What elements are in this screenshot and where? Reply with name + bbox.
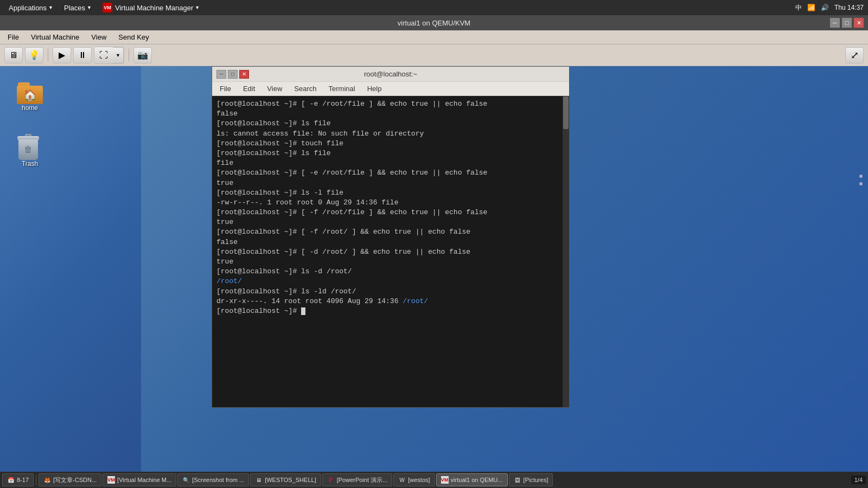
vm-menu-file[interactable]: File <box>2 32 24 42</box>
vm-maximize-button[interactable]: □ <box>842 18 852 28</box>
screenshot-button[interactable]: 📷 <box>133 47 152 63</box>
toolbar-separator-1 <box>48 49 48 62</box>
desktop-icon-home[interactable]: 🏠 home <box>8 82 52 112</box>
root-link-2: /root/ <box>403 297 428 305</box>
language-indicator[interactable]: 中 <box>795 3 802 12</box>
taskbar-vm-manager-label: [Virtual Machine M... <box>117 477 171 483</box>
pause-button[interactable]: ⏸ <box>73 47 92 63</box>
term-line-11: -rw-r--r--. 1 root root 0 Aug 29 14:36 f… <box>216 198 565 208</box>
taskbar-date-label: 8-17 <box>17 477 29 483</box>
places-label: Places <box>64 4 85 12</box>
taskbar-right-controls: 1/4 <box>851 476 866 484</box>
vm-close-button[interactable]: ✕ <box>854 18 864 28</box>
taskbar-pictures[interactable]: 🖼 [Pictures] <box>509 473 553 486</box>
details-button[interactable]: 💡 <box>25 47 43 63</box>
vm-menu-view[interactable]: View <box>86 32 112 42</box>
taskbar-screenshot-label: [Screenshot from ... <box>192 477 244 483</box>
term-line-13: true <box>216 217 565 227</box>
terminal-close-button[interactable]: ✕ <box>239 70 249 79</box>
vm-manager-menu[interactable]: VM Virtual Machine Manager ▼ <box>98 2 204 14</box>
vm-content: 🏠 home 🗑 Trash <box>0 66 868 488</box>
trash-icon-label: Trash <box>22 160 38 168</box>
term-line-3: [root@localhost ~]# ls file <box>216 119 565 129</box>
terminal-scrollbar-thumb[interactable] <box>563 97 569 129</box>
vm-nav-indicators <box>859 175 863 185</box>
root-link-1: /root/ <box>216 277 242 285</box>
term-line-18: [root@localhost ~]# ls -d /root/ <box>216 267 565 277</box>
vm-manager-label: Virtual Machine Manager <box>115 4 193 12</box>
vm-window-title: virtual1 on QEMU/KVM <box>398 19 470 27</box>
taskbar-sep-1 <box>36 474 36 485</box>
network-icon: 📶 <box>807 4 815 11</box>
taskbar-westos-label: [westos] <box>408 477 430 483</box>
vm-titlebar: virtual1 on QEMU/KVM ─ □ ✕ <box>0 15 868 30</box>
applications-label: Applications <box>9 4 47 12</box>
terminal-maximize-button[interactable]: □ <box>228 70 238 79</box>
places-menu[interactable]: Places ▼ <box>60 3 96 13</box>
term-line-4: ls: cannot access file: No such file or … <box>216 129 565 139</box>
terminal-window: ─ □ ✕ root@localhost:~ File Edit View Se… <box>212 66 570 408</box>
term-line-15: false <box>216 237 565 247</box>
taskbar-westos[interactable]: W [westos] <box>393 473 435 486</box>
taskbar-screenshot[interactable]: 🔍 [Screenshot from ... <box>177 473 249 486</box>
system-bar: Applications ▼ Places ▼ VM Virtual Machi… <box>0 0 868 15</box>
taskbar-virt-active-label: virtual1 on QEMU... <box>451 477 503 483</box>
vm-menu-send-key[interactable]: Send Key <box>113 32 154 42</box>
terminal-scrollbar[interactable] <box>563 96 569 407</box>
applications-chevron-icon: ▼ <box>48 5 53 10</box>
applications-menu[interactable]: Applications ▼ <box>4 3 58 13</box>
date-icon: 📅 <box>7 476 15 484</box>
term-line-21: dr-xr-x----. 14 root root 4096 Aug 29 14… <box>216 297 565 306</box>
taskbar-firefox-label: [写文章-CSDN... <box>53 476 97 484</box>
term-line-22: [root@localhost ~]# <box>216 306 565 316</box>
term-line-6: [root@localhost ~]# ls file <box>216 149 565 158</box>
vm-menu-virtual-machine[interactable]: Virtual Machine <box>25 32 85 42</box>
term-line-12: [root@localhost ~]# [ -f /root/file ] &&… <box>216 208 565 217</box>
terminal-menu-help[interactable]: Help <box>362 84 387 94</box>
terminal-content[interactable]: [root@localhost ~]# [ -e /root/file ] &&… <box>212 96 569 407</box>
run-button[interactable]: ▶ <box>53 47 71 63</box>
fullscreen-dropdown-button[interactable]: ▼ <box>113 47 124 63</box>
vm-toolbar: 🖥 💡 ▶ ⏸ ⛶ ▼ 📷 ⤢ <box>0 44 868 66</box>
terminal-menu-view[interactable]: View <box>261 84 288 94</box>
taskbar: 📅 8-17 🦊 [写文章-CSDN... VM [Virtual Machin… <box>0 472 868 488</box>
vm-manager-taskbar-icon: VM <box>107 476 115 484</box>
monitor-button[interactable]: 🖥 <box>4 47 23 63</box>
term-line-2: false <box>216 109 565 119</box>
taskbar-powerpoint[interactable]: P [PowerPoint 演示... <box>322 473 393 486</box>
term-line-5: [root@localhost ~]# touch file <box>216 139 565 149</box>
terminal-cursor <box>301 307 305 315</box>
taskbar-virt-active[interactable]: VM virtual1 on QEMU... <box>436 473 508 486</box>
virt-active-icon: VM <box>441 476 449 484</box>
terminal-minimize-button[interactable]: ─ <box>216 70 226 79</box>
term-line-1: [root@localhost ~]# [ -e /root/file ] &&… <box>216 99 565 109</box>
powerpoint-icon: P <box>327 476 335 484</box>
vm-display[interactable]: ─ □ ✕ root@localhost:~ File Edit View Se… <box>141 66 868 488</box>
terminal-window-controls: ─ □ ✕ <box>216 70 249 79</box>
desktop-area: 🏠 home 🗑 Trash <box>0 66 141 488</box>
desktop-icon-trash[interactable]: 🗑 Trash <box>8 134 52 168</box>
terminal-menu-edit[interactable]: Edit <box>238 84 260 94</box>
fullscreen-button[interactable]: ⛶ <box>94 47 113 63</box>
vm-nav-dot-1 <box>859 175 863 178</box>
terminal-titlebar: ─ □ ✕ root@localhost:~ <box>212 67 569 82</box>
terminal-menu-file[interactable]: File <box>214 84 237 94</box>
term-line-7: file <box>216 158 565 168</box>
taskbar-westos-shell-label: [WESTOS_SHELL] <box>265 477 316 483</box>
terminal-menu-search[interactable]: Search <box>289 84 322 94</box>
westos-icon: W <box>398 476 406 484</box>
taskbar-date[interactable]: 📅 8-17 <box>2 473 34 486</box>
home-icon-label: home <box>22 104 38 112</box>
vm-nav-dot-2 <box>859 182 863 185</box>
resize-button[interactable]: ⤢ <box>845 47 864 63</box>
taskbar-westos-shell[interactable]: 🖥 [WESTOS_SHELL] <box>250 473 321 486</box>
pictures-icon: 🖼 <box>514 476 521 484</box>
terminal-menu-terminal[interactable]: Terminal <box>323 84 361 94</box>
taskbar-firefox[interactable]: 🦊 [写文章-CSDN... <box>39 473 101 486</box>
terminal-title: root@localhost:~ <box>249 70 532 78</box>
places-chevron-icon: ▼ <box>87 5 92 10</box>
taskbar-powerpoint-label: [PowerPoint 演示... <box>337 476 388 484</box>
vm-minimize-button[interactable]: ─ <box>830 18 840 28</box>
term-line-14: [root@localhost ~]# [ -f /root/ ] && ech… <box>216 227 565 237</box>
taskbar-vm-manager[interactable]: VM [Virtual Machine M... <box>103 473 176 486</box>
